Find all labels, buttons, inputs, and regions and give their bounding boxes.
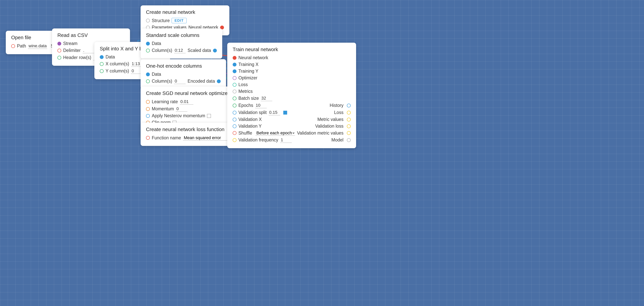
ss-data-row: Data [146,41,217,46]
val-loss-port [347,124,351,128]
loss-out-label: Loss [334,110,344,115]
tnn-loss-label: Loss [238,82,248,87]
tnn-batch-row: Batch size [233,96,351,101]
tnn-shuffle-port [233,131,236,135]
encoded-label: Encoded data [188,79,215,84]
oh-data-row: Data [146,72,221,77]
split-data-label: Data [106,54,115,60]
metric-label: Metric values [318,117,344,122]
nesterov-label: Apply Nesterov momentum [152,113,205,118]
header-label: Header row(s) [63,55,91,60]
tnn-valx-row: Validation X Metric values [233,117,351,122]
batch-input[interactable] [261,96,272,101]
standard-scale-node: Standard scale columns Data Column(s) Sc… [140,28,222,59]
tnn-tx-row: Training X [233,62,351,67]
ss-cols-label: Column(s) [152,48,172,53]
momentum-row: Momentum [146,106,229,112]
fn-select[interactable]: Mean squared error Binary crossentropy C… [183,135,234,141]
tnn-valfreq-row: Validation frequency Model [233,137,351,143]
val-loss-label: Validation loss [315,124,344,129]
lr-label: Learning rate [152,99,178,104]
tnn-loss-port [233,83,236,87]
read-csv-title: Read as CSV [58,32,124,38]
tnn-metrics-port [233,90,236,93]
tnn-batch-label: Batch size [238,96,259,101]
tnn-valx-port [233,118,236,122]
xcol-label: X column(s) [106,61,129,66]
delimiter-label: Delimiter [63,48,81,53]
tnn-tx-label: Training X [238,62,258,67]
scaled-label: Scaled data [188,48,211,53]
ss-data-in [146,42,150,46]
val-metric-port [347,131,351,135]
oh-data-label: Data [152,72,161,77]
oh-cols-port [146,79,150,83]
structure-port [146,19,150,22]
stream-in-port [58,42,61,46]
tnn-ty-row: Training Y [233,69,351,74]
tnn-valy-port [233,124,236,128]
tnn-valfreq-label: Validation frequency [238,138,278,143]
ss-data-label: Data [152,41,161,46]
tnn-loss-row: Loss [233,82,351,87]
val-split-checkbox[interactable] [283,111,287,115]
onehot-title: One-hot encode columns [146,63,221,69]
structure-row: Structure EDIT [146,18,224,23]
momentum-port [146,107,150,111]
tnn-valy-label: Validation Y [238,124,262,129]
oh-data-in [146,72,150,76]
tnn-valsplit-label: Validation split [238,110,267,115]
tnn-epochs-port [233,104,236,107]
ss-cols-row: Column(s) Scaled data [146,48,217,53]
history-port [347,104,351,107]
epochs-input[interactable] [255,103,267,108]
tnn-opt-port [233,76,236,80]
loss-out-port [347,111,351,115]
tnn-shuffle-row: Shuffle Before each epoch Once Never Val… [233,130,351,136]
train-nn-title: Train neural network [233,46,351,52]
tnn-epochs-label: Epochs [238,103,253,108]
tnn-ty-port [233,69,236,73]
history-label: History [330,103,344,108]
tnn-nn-port [233,56,236,60]
scaled-port-out [213,49,217,52]
delimiter-port [58,49,61,52]
fn-port [146,136,150,140]
split-data-in [100,55,104,59]
path-input[interactable] [28,43,47,49]
oh-cols-input[interactable] [174,78,186,84]
val-freq-input[interactable] [280,137,292,143]
tnn-ty-label: Training Y [238,69,258,74]
ss-cols-input[interactable] [174,48,186,53]
nesterov-checkbox[interactable] [207,114,211,118]
fn-label: Function name [152,135,181,141]
nesterov-row: Apply Nesterov momentum [146,113,229,118]
val-split-input[interactable] [269,110,280,115]
tnn-metrics-row: Metrics [233,89,351,94]
oh-cols-row: Column(s) Encoded data [146,78,221,84]
tnn-valx-label: Validation X [238,117,262,122]
shuffle-select[interactable]: Before each epoch Once Never [256,130,295,136]
tnn-opt-label: Optimizer [238,75,257,81]
tnn-nn-row: Neural network [233,55,351,60]
encoded-port-out [217,79,221,83]
tnn-valsplit-port [233,111,236,115]
nesterov-port [146,114,150,118]
model-port [347,138,351,142]
ycol-port [100,69,104,73]
lr-input[interactable] [180,99,193,105]
lr-port [146,100,150,104]
tnn-metrics-label: Metrics [238,89,253,94]
oh-cols-label: Column(s) [152,79,172,84]
edit-button[interactable]: EDIT [172,18,186,23]
onehot-node: One-hot encode columns Data Column(s) En… [140,59,226,89]
val-metric-label: Validation metric values [297,131,344,136]
header-port [58,56,61,60]
momentum-input[interactable] [176,106,188,112]
delimiter-input[interactable] [82,48,94,53]
model-label: Model [332,138,344,143]
structure-label: Structure [152,18,170,23]
momentum-label: Momentum [152,106,174,112]
tnn-epochs-row: Epochs History [233,103,351,108]
tnn-opt-row: Optimizer [233,75,351,81]
